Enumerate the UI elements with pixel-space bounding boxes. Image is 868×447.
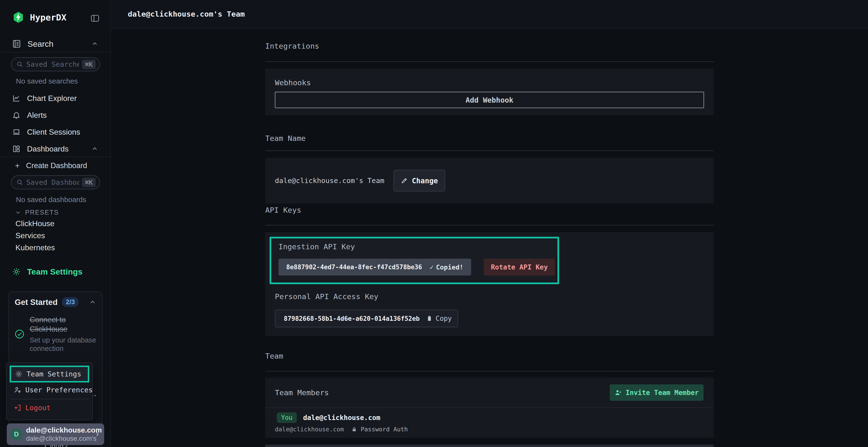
check-icon: ✓ xyxy=(430,264,434,271)
sidebar-item-label: Client Sessions xyxy=(27,128,80,137)
sidebar-item-label: Dashboards xyxy=(27,144,69,153)
line-chart-icon xyxy=(12,94,21,103)
step-subtitle: Set up your database connection xyxy=(30,336,96,353)
saved-dashboards-box: ⌘K xyxy=(11,175,100,189)
copied-label: Copied! xyxy=(436,264,463,271)
sidebar-item-dashboards[interactable]: Dashboards xyxy=(0,143,111,155)
sidebar-item-chart-explorer[interactable]: Chart Explorer xyxy=(0,92,111,105)
saved-searches-input[interactable] xyxy=(26,60,79,68)
next-section-sliver xyxy=(265,445,714,447)
collapse-sidebar-icon[interactable] xyxy=(90,13,100,23)
copied-indicator: ✓ Copied! xyxy=(430,264,463,271)
personal-key-value: 87982668-58b1-4d6e-a620-014a136f52eb xyxy=(284,315,420,322)
chevron-up-icon[interactable] xyxy=(91,145,98,152)
section-divider xyxy=(265,371,714,371)
hyperdx-logo-icon xyxy=(12,11,25,24)
menu-item-label: Logout xyxy=(25,404,51,412)
get-started-title: Get Started xyxy=(15,298,58,307)
member-email: dale@clickhouse.com xyxy=(275,426,344,433)
journal-icon xyxy=(12,39,21,48)
add-webhook-button[interactable]: Add Webhook xyxy=(275,92,704,108)
sidebar-item-alerts[interactable]: Alerts xyxy=(0,109,111,122)
presets-label: PRESETS xyxy=(25,209,59,216)
clipboard-icon xyxy=(426,315,433,322)
rotate-api-key-button[interactable]: Rotate API Key xyxy=(484,259,555,276)
preset-label: ClickHouse xyxy=(16,219,55,228)
menu-item-label: User Preferences xyxy=(25,386,93,394)
saved-searches-box: ⌘K xyxy=(11,57,100,71)
team-name-card: dale@clickhouse.com's Team Change xyxy=(265,158,714,204)
presets-toggle[interactable]: PRESETS xyxy=(0,208,111,217)
saved-searches-shortcut: ⌘K xyxy=(82,60,96,69)
section-divider xyxy=(265,225,714,226)
lock-icon xyxy=(351,426,357,432)
create-dashboard-label: Create Dashboard xyxy=(26,161,87,170)
app-root: HyperDX Search ⌘K No saved searches xyxy=(0,0,868,447)
menu-item-logout[interactable]: Logout xyxy=(6,402,92,412)
personal-key-label: Personal API Access Key xyxy=(275,292,378,301)
menu-item-user-preferences[interactable]: User Preferences xyxy=(6,382,92,396)
chevron-up-icon[interactable] xyxy=(89,299,96,306)
sidebar-divider xyxy=(0,157,111,157)
team-member-row: You dale@clickhouse.com xyxy=(277,412,380,423)
app-title: HyperDX xyxy=(30,12,66,23)
team-name-heading: Team Name xyxy=(265,134,306,143)
search-icon xyxy=(16,179,23,186)
plus-icon xyxy=(14,162,21,169)
invite-team-member-button[interactable]: Invite Team Member xyxy=(610,384,704,401)
preset-item-clickhouse[interactable]: ClickHouse xyxy=(0,218,111,229)
menu-item-team-settings[interactable]: Team Settings xyxy=(10,366,89,382)
you-badge: You xyxy=(277,412,297,423)
invite-button-label: Invite Team Member xyxy=(626,389,699,397)
chevron-down-icon xyxy=(15,209,21,215)
team-members-card: Team Members Invite Team Member You dale… xyxy=(265,378,714,438)
sidebar-section-search[interactable]: Search xyxy=(0,37,111,51)
no-saved-searches-note: No saved searches xyxy=(16,77,78,85)
webhooks-title: Webhooks xyxy=(275,78,311,87)
step-title: Connect to ClickHouse xyxy=(30,315,67,333)
bell-icon xyxy=(12,111,21,119)
personal-key-value-pill[interactable]: 87982668-58b1-4d6e-a620-014a136f52eb Cop… xyxy=(275,310,458,327)
team-settings-label: Team Settings xyxy=(27,267,83,276)
preset-item-services[interactable]: Services xyxy=(0,230,111,241)
section-divider xyxy=(265,61,714,62)
page-header: dale@clickhouse.com's Team xyxy=(111,0,868,28)
gear-icon xyxy=(15,370,23,378)
user-email: dale@clickhouse.com xyxy=(26,426,91,434)
preset-label: Kubernetes xyxy=(16,243,55,252)
main-content: Integrations Webhooks Add Webhook Team N… xyxy=(111,28,868,447)
ingestion-key-highlight-box: Ingestion API Key 8e887902-4ed7-44ea-8fe… xyxy=(270,237,559,284)
logout-icon xyxy=(14,404,22,412)
integrations-heading: Integrations xyxy=(265,42,319,50)
sidebar-item-team-settings[interactable]: Team Settings xyxy=(0,266,111,278)
api-keys-card: Ingestion API Key 8e887902-4ed7-44ea-8fe… xyxy=(265,232,714,336)
create-dashboard-button[interactable]: Create Dashboard xyxy=(0,161,111,171)
pencil-icon xyxy=(401,177,408,184)
sidebar-item-client-sessions[interactable]: Client Sessions xyxy=(0,126,111,138)
get-started-step-connect[interactable]: Connect to ClickHouse Set up your databa… xyxy=(15,315,96,353)
copy-personal-key-button[interactable]: Copy xyxy=(426,314,452,322)
chevron-up-icon[interactable] xyxy=(91,40,98,47)
chevron-right-icon xyxy=(94,431,101,438)
change-button-label: Change xyxy=(412,176,438,185)
api-keys-heading: API Keys xyxy=(265,206,301,214)
avatar: D xyxy=(10,428,23,441)
menu-item-label: Team Settings xyxy=(27,370,81,378)
team-heading: Team xyxy=(265,352,283,360)
user-account-chip[interactable]: D dale@clickhouse.com dale@clickhouse.co… xyxy=(7,423,104,445)
account-menu-popup: Team Settings User Preferences Logout xyxy=(6,363,93,420)
copy-button-label: Copy xyxy=(436,314,452,322)
check-circle-icon xyxy=(15,329,24,339)
saved-dashboards-input[interactable] xyxy=(26,178,79,186)
grid-icon xyxy=(12,144,21,153)
ingestion-key-value-pill[interactable]: 8e887902-4ed7-44ea-8fec-f47cd578be36 ✓ C… xyxy=(278,259,471,276)
preset-item-kubernetes[interactable]: Kubernetes xyxy=(0,242,111,253)
search-section-label: Search xyxy=(28,39,54,49)
sidebar-item-label: Alerts xyxy=(27,111,47,120)
member-details-row: dale@clickhouse.com Password Auth xyxy=(275,425,408,434)
auth-method-label: Password Auth xyxy=(361,426,408,433)
progress-badge: 2/3 xyxy=(62,297,79,307)
change-team-name-button[interactable]: Change xyxy=(394,170,445,192)
saved-dashboards-shortcut: ⌘K xyxy=(82,178,96,187)
user-team-subtitle: dale@clickhouse.com's xyxy=(26,435,91,442)
